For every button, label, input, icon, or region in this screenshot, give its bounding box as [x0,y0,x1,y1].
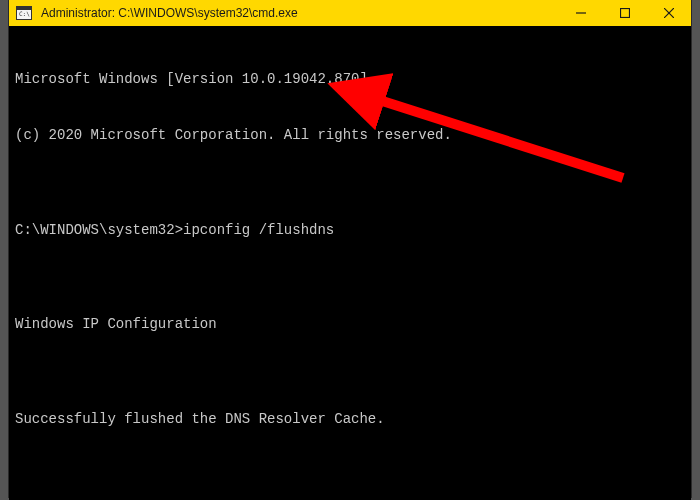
window-title: Administrator: C:\WINDOWS\system32\cmd.e… [39,6,559,20]
titlebar[interactable]: Administrator: C:\WINDOWS\system32\cmd.e… [9,0,691,26]
terminal-line: Windows IP Configuration [15,315,685,334]
terminal-body[interactable]: Microsoft Windows [Version 10.0.19042.87… [9,26,691,500]
close-icon [664,8,674,18]
terminal-line: (c) 2020 Microsoft Corporation. All righ… [15,126,685,145]
terminal-line: Microsoft Windows [Version 10.0.19042.87… [15,70,685,89]
terminal-line: Successfully flushed the DNS Resolver Ca… [15,410,685,429]
close-button[interactable] [647,0,691,26]
svg-rect-1 [621,9,630,18]
minimize-button[interactable] [559,0,603,26]
cmd-icon [16,6,32,20]
titlebar-icon-slot [9,6,39,20]
terminal-line: C:\WINDOWS\system32>ipconfig /flushdns [15,221,685,240]
cmd-window: Administrator: C:\WINDOWS\system32\cmd.e… [8,0,692,498]
maximize-button[interactable] [603,0,647,26]
minimize-icon [576,8,586,18]
maximize-icon [620,8,630,18]
